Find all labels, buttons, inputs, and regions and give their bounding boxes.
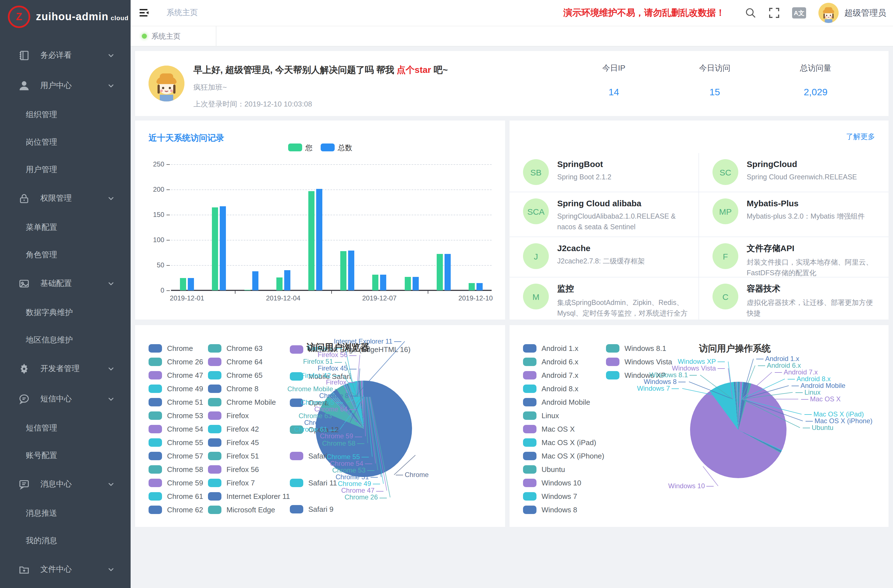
bar-总数[interactable] bbox=[380, 275, 386, 290]
tech-cell-SpringBoot[interactable]: SBSpringBootSpring Boot 2.1.2 bbox=[510, 153, 699, 192]
avatar[interactable] bbox=[818, 3, 839, 23]
bar-总数[interactable] bbox=[316, 189, 322, 290]
brand-logo[interactable]: Z zuihou-admincloud bbox=[0, 0, 131, 34]
collapse-sidebar-icon[interactable] bbox=[138, 7, 150, 18]
sidebar-subitem[interactable]: 角色管理 bbox=[0, 241, 131, 269]
browser-legend-item[interactable]: Internet Explorer 11 bbox=[208, 492, 290, 501]
browser-legend-item[interactable]: Firefox 42 bbox=[208, 425, 259, 433]
bar-您[interactable] bbox=[373, 275, 379, 290]
legend-item[interactable]: 您 bbox=[288, 143, 313, 153]
current-user-name[interactable]: 超级管理员 bbox=[844, 8, 886, 18]
search-icon[interactable] bbox=[745, 7, 756, 18]
sidebar-subitem[interactable]: 地区信息维护 bbox=[0, 326, 131, 354]
browser-legend-item[interactable]: Chrome 65 bbox=[208, 371, 263, 379]
os-legend-item[interactable]: Windows 8.1 bbox=[606, 344, 666, 353]
browser-legend-item[interactable]: Chrome 49 bbox=[149, 385, 203, 393]
breadcrumb[interactable]: 系统主页 bbox=[167, 8, 198, 18]
browser-legend-item[interactable]: Chrome 47 bbox=[149, 371, 203, 379]
browser-legend-item[interactable]: Firefox 51 bbox=[208, 452, 259, 460]
bar-您[interactable] bbox=[212, 207, 218, 290]
bar-您[interactable] bbox=[308, 191, 314, 290]
sidebar-subitem[interactable]: 账号配置 bbox=[0, 442, 131, 469]
os-legend-item[interactable]: Android 7.x bbox=[523, 371, 579, 379]
os-legend-item[interactable]: Ubuntu bbox=[523, 465, 565, 474]
browser-legend-item[interactable]: Safari bbox=[290, 452, 328, 460]
browser-legend-item[interactable]: Safari 11 bbox=[290, 478, 337, 487]
os-legend-item[interactable]: Mac OS X (iPhone) bbox=[523, 452, 604, 460]
sidebar-item-6[interactable]: 短信中心 bbox=[0, 384, 131, 414]
bar-总数[interactable] bbox=[412, 277, 418, 290]
bar-总数[interactable] bbox=[188, 278, 194, 290]
browser-legend-item[interactable]: Chrome 53 bbox=[149, 411, 203, 420]
os-legend-item[interactable]: Android Mobile bbox=[523, 398, 590, 406]
os-legend-item[interactable]: Linux bbox=[523, 411, 559, 420]
browser-legend-item[interactable]: Chrome 57 bbox=[149, 452, 203, 460]
sidebar-item-8[interactable]: 文件中心 bbox=[0, 554, 131, 585]
bar-您[interactable] bbox=[276, 277, 282, 290]
browser-legend-item[interactable]: Chrome Mobile bbox=[208, 398, 276, 406]
star-link[interactable]: 点个star bbox=[397, 65, 431, 75]
sidebar-subitem[interactable]: 消息推送 bbox=[0, 499, 131, 527]
browser-legend-item[interactable]: Chrome 54 bbox=[149, 425, 203, 433]
browser-legend-item[interactable]: Chrome 58 bbox=[149, 465, 203, 474]
os-legend-item[interactable]: Android 8.x bbox=[523, 385, 579, 393]
stat-value[interactable]: 14 bbox=[564, 87, 664, 98]
sidebar-item-2[interactable]: 用户中心 bbox=[0, 71, 131, 101]
tech-cell-监控[interactable]: M监控集成SpringBootAdmin、Zipkin、Redis、Mysql、… bbox=[510, 277, 699, 319]
browser-legend-item[interactable]: Chrome 62 bbox=[149, 505, 203, 514]
tech-cell-Spring Cloud alibaba[interactable]: SCASpring Cloud alibabaSpringCloudAlibab… bbox=[510, 192, 699, 237]
sidebar-subitem[interactable]: 数据字典维护 bbox=[0, 299, 131, 326]
os-pie[interactable] bbox=[690, 382, 786, 478]
os-legend-item[interactable]: Mac OS X bbox=[523, 425, 575, 433]
browser-legend-item[interactable]: Firefox 45 bbox=[208, 438, 259, 447]
os-legend-item[interactable]: Windows 10 bbox=[523, 479, 581, 487]
bar-您[interactable] bbox=[436, 254, 443, 290]
bar-您[interactable] bbox=[404, 277, 410, 290]
bar-总数[interactable] bbox=[220, 206, 226, 290]
sidebar-item-1[interactable]: 务必详看 bbox=[0, 41, 131, 71]
tech-cell-文件存储API[interactable]: F文件存储API封装文件接口，实现本地存储、阿里云、FastDFS存储的配置化 bbox=[699, 237, 888, 277]
tech-cell-SpringCloud[interactable]: SCSpringCloudSpring Cloud Greenwich.RELE… bbox=[699, 153, 888, 192]
browser-legend-item[interactable]: Chrome 61 bbox=[149, 492, 203, 501]
sidebar-subitem[interactable]: 短信管理 bbox=[0, 414, 131, 442]
fullscreen-icon[interactable] bbox=[768, 7, 780, 18]
browser-legend-item[interactable]: Firefox 56 bbox=[208, 465, 259, 474]
language-switch-icon[interactable]: A文 bbox=[792, 7, 806, 18]
sidebar-subitem[interactable]: 用户管理 bbox=[0, 156, 131, 183]
browser-legend-item[interactable]: Chrome 64 bbox=[208, 358, 263, 366]
browser-legend-item[interactable]: Firefox bbox=[208, 411, 249, 420]
os-legend-item[interactable]: Mac OS X (iPad) bbox=[523, 438, 596, 447]
sidebar-subitem[interactable]: 岗位管理 bbox=[0, 128, 131, 156]
sidebar-item-3[interactable]: 权限管理 bbox=[0, 183, 131, 214]
sidebar-item-4[interactable]: 基础配置 bbox=[0, 269, 131, 299]
tech-cell-J2cache[interactable]: JJ2cacheJ2cache2.7.8: 二级缓存框架 bbox=[510, 237, 699, 277]
os-legend-item[interactable]: Windows Vista bbox=[606, 358, 672, 366]
browser-legend-item[interactable]: Microsoft Edge bbox=[208, 505, 275, 514]
browser-legend-item[interactable]: Chrome 8 bbox=[208, 385, 259, 393]
legend-item[interactable]: 总数 bbox=[320, 143, 352, 153]
bar-您[interactable] bbox=[340, 251, 346, 290]
bar-总数[interactable] bbox=[348, 251, 354, 290]
os-legend-item[interactable]: Windows 8 bbox=[523, 505, 577, 514]
browser-legend-item[interactable]: Safari 9 bbox=[290, 505, 334, 513]
browser-legend-item[interactable]: Chrome 55 bbox=[149, 438, 203, 447]
browser-legend-item[interactable]: Firefox 7 bbox=[208, 479, 255, 487]
sidebar-subitem[interactable]: 我的消息 bbox=[0, 527, 131, 554]
os-legend-item[interactable]: Windows 7 bbox=[523, 492, 577, 501]
sidebar-item-7[interactable]: 消息中心 bbox=[0, 469, 131, 499]
sidebar-item-5[interactable]: 开发者管理 bbox=[0, 354, 131, 384]
stat-value[interactable]: 15 bbox=[664, 87, 765, 98]
os-legend-item[interactable]: Android 6.x bbox=[523, 358, 579, 366]
browser-legend-item[interactable]: Chrome 63 bbox=[208, 344, 263, 353]
bar-总数[interactable] bbox=[252, 271, 258, 290]
browser-legend-item[interactable]: Chrome bbox=[149, 344, 193, 353]
bar-您[interactable] bbox=[469, 283, 475, 290]
bar-总数[interactable] bbox=[444, 254, 450, 290]
browser-legend-item[interactable]: Chrome 26 bbox=[149, 358, 203, 366]
sidebar-subitem[interactable]: 组织管理 bbox=[0, 101, 131, 128]
bar-您[interactable] bbox=[180, 278, 186, 290]
tech-cell-Mybatis-Plus[interactable]: MPMybatis-PlusMybatis-plus 3.2.0：Mybatis… bbox=[699, 192, 888, 237]
os-legend-item[interactable]: Android 1.x bbox=[523, 344, 579, 353]
sidebar-subitem[interactable]: 菜单配置 bbox=[0, 214, 131, 241]
bar-总数[interactable] bbox=[477, 283, 483, 290]
